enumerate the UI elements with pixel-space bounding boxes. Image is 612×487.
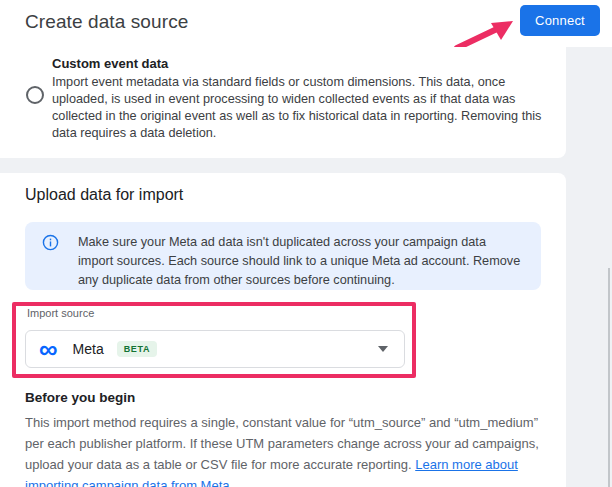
custom-event-data-radio[interactable] bbox=[26, 86, 44, 104]
before-you-begin-heading: Before you begin bbox=[25, 390, 135, 405]
section-heading: Upload data for import bbox=[25, 186, 183, 204]
info-icon bbox=[42, 234, 59, 251]
chevron-down-icon bbox=[378, 346, 388, 352]
option-description: Import event metadata via standard field… bbox=[52, 74, 558, 142]
page-header: Create data source Connect bbox=[0, 0, 612, 47]
scrollbar[interactable] bbox=[608, 268, 610, 487]
option-label: Custom event data bbox=[52, 56, 558, 71]
custom-event-data-card: Custom event data Import event metadata … bbox=[0, 47, 566, 158]
notice-banner: Make sure your Meta ad data isn't duplic… bbox=[25, 222, 541, 290]
import-source-value: Meta bbox=[73, 341, 104, 357]
before-you-begin-text: This import method requires a single, co… bbox=[25, 412, 543, 487]
create-data-source-page: Create data source Connect Custom event … bbox=[0, 0, 612, 487]
import-source-label: Import source bbox=[27, 307, 94, 319]
notice-text: Make sure your Meta ad data isn't duplic… bbox=[78, 233, 521, 290]
meta-logo-icon: ∞ bbox=[39, 336, 58, 362]
upload-data-card: Upload data for import Make sure your Me… bbox=[0, 173, 566, 487]
connect-button[interactable]: Connect bbox=[520, 5, 600, 36]
beta-badge: BETA bbox=[117, 341, 158, 357]
custom-event-data-text: Custom event data Import event metadata … bbox=[52, 56, 558, 142]
import-source-select[interactable]: ∞ Meta BETA bbox=[25, 330, 405, 368]
page-title: Create data source bbox=[25, 11, 188, 33]
